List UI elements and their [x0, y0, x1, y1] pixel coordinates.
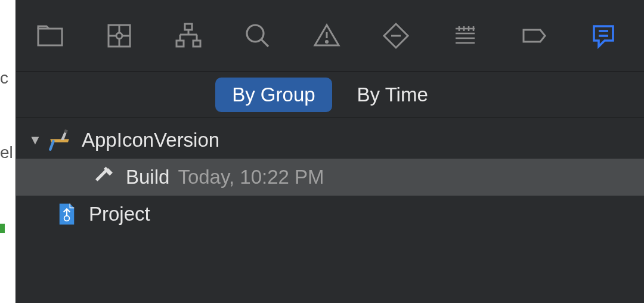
bg-text-fragment: el — [0, 143, 13, 162]
report-icon — [589, 21, 618, 50]
tree-row-label: Project — [89, 203, 150, 225]
hierarchy-icon — [174, 21, 203, 50]
tree-row-timestamp: Today, 10:22 PM — [178, 166, 324, 188]
svg-line-15 — [261, 39, 268, 47]
debug-navigator-tab[interactable] — [449, 20, 481, 52]
xcode-app-icon — [44, 128, 76, 153]
bg-green-fragment — [0, 224, 5, 233]
reports-tree: ▼ AppIconVersion Build Today, 10:22 PM — [16, 118, 644, 233]
background-window-strip: c el — [0, 0, 16, 303]
gauge-icon — [451, 21, 479, 50]
svg-point-17 — [326, 41, 327, 42]
tree-row-label: Build — [126, 166, 169, 188]
tree-row-app[interactable]: ▼ AppIconVersion — [16, 122, 644, 159]
breakpoint-navigator-tab[interactable] — [518, 20, 550, 52]
test-navigator-tab[interactable] — [380, 20, 412, 52]
bg-text-fragment: c — [0, 69, 8, 88]
svg-point-14 — [247, 25, 264, 42]
disclosure-triangle-icon[interactable]: ▼ — [27, 132, 44, 148]
filter-segmented-control: By Group By Time — [16, 72, 644, 118]
breakpoint-icon — [520, 21, 549, 50]
xcode-project-icon — [51, 202, 83, 227]
issue-navigator-tab[interactable] — [311, 20, 343, 52]
tree-row-label: AppIconVersion — [82, 129, 219, 152]
project-navigator-tab[interactable] — [34, 20, 66, 52]
svg-rect-0 — [38, 29, 62, 45]
tree-row-project[interactable]: Project — [16, 196, 644, 233]
report-navigator-tab[interactable] — [587, 20, 620, 52]
find-navigator-tab[interactable] — [242, 20, 274, 52]
navigator-panel: By Group By Time ▼ AppIconVersion — [16, 0, 644, 303]
symbol-navigator-tab[interactable] — [172, 20, 205, 52]
navigator-toolbar — [16, 0, 644, 72]
search-icon — [243, 21, 272, 50]
svg-rect-8 — [177, 41, 184, 47]
by-group-tab[interactable]: By Group — [215, 78, 332, 112]
hammer-icon — [88, 165, 120, 190]
svg-rect-7 — [185, 24, 192, 30]
by-time-tab[interactable]: By Time — [340, 78, 445, 112]
warning-icon — [312, 21, 341, 50]
svg-point-2 — [116, 33, 122, 39]
diamond-icon — [382, 21, 410, 50]
tree-row-build[interactable]: Build Today, 10:22 PM — [16, 159, 644, 196]
source-control-icon — [105, 21, 134, 50]
svg-rect-9 — [193, 41, 200, 47]
folder-icon — [36, 21, 64, 50]
source-control-navigator-tab[interactable] — [103, 20, 135, 52]
